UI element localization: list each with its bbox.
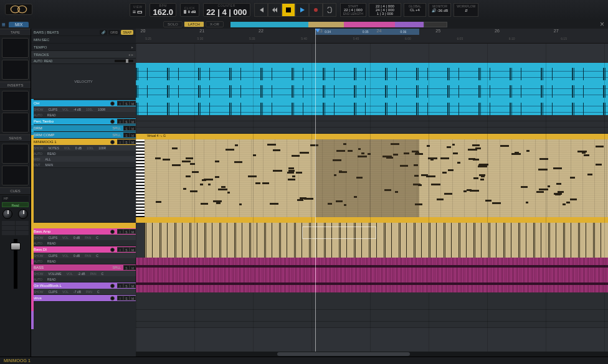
midi-note[interactable]: [288, 167, 294, 169]
midi-note[interactable]: [186, 175, 191, 177]
midi-note[interactable]: [587, 174, 592, 175]
track-m-button[interactable]: M: [130, 247, 136, 252]
track-param-row[interactable]: AUTOREAD: [31, 151, 136, 156]
midi-note[interactable]: [183, 188, 186, 190]
track-header[interactable]: DRMSPILLSM: [31, 125, 136, 132]
midi-note[interactable]: [570, 198, 577, 200]
ruler-mode-bars[interactable]: BARS | BEATS 🔗 GRID SNAP: [31, 29, 136, 36]
track-header[interactable]: Bass.AmpISMSHOWCLIPSVOL0 dBPANCAUTOREAD: [31, 228, 136, 246]
record-arm-button[interactable]: [110, 140, 115, 144]
midi-note[interactable]: [221, 186, 226, 188]
send-slot[interactable]: [2, 144, 29, 164]
midi-note[interactable]: [155, 157, 161, 159]
track-i-button[interactable]: I: [117, 119, 123, 124]
midi-note[interactable]: [555, 194, 561, 195]
midi-note[interactable]: [292, 175, 295, 177]
midi-note[interactable]: [452, 144, 455, 146]
audio-clip[interactable]: [136, 258, 608, 275]
midi-note[interactable]: [288, 179, 295, 180]
hamburger-icon[interactable]: ≡: [0, 21, 7, 28]
midi-note[interactable]: [480, 179, 484, 180]
track-m-button[interactable]: M: [130, 139, 136, 144]
midi-note[interactable]: [300, 197, 306, 199]
bus-lane[interactable]: [136, 322, 608, 328]
midi-note[interactable]: [156, 201, 161, 203]
track-s-button[interactable]: S: [123, 126, 130, 131]
insert-slot[interactable]: [2, 91, 29, 111]
midi-note[interactable]: [215, 161, 219, 162]
midi-note[interactable]: [273, 149, 280, 151]
track-param-row[interactable]: SHOWCLIPSVOL0 dBPANC: [31, 235, 136, 240]
bus-lane[interactable]: [136, 310, 608, 322]
midi-note[interactable]: [201, 203, 208, 205]
midi-note[interactable]: [235, 144, 238, 146]
midi-note[interactable]: [521, 186, 528, 188]
midi-note[interactable]: [596, 164, 602, 166]
midi-note[interactable]: [539, 158, 548, 160]
midi-note[interactable]: [511, 153, 520, 155]
midi-note[interactable]: [437, 198, 444, 200]
midi-note[interactable]: [190, 163, 195, 165]
audio-clip[interactable]: [136, 275, 608, 292]
midi-note[interactable]: [287, 172, 294, 174]
midi-note[interactable]: [421, 174, 427, 176]
ruler-mode-tempo[interactable]: TEMPO▸: [31, 44, 136, 51]
link-icon[interactable]: 🔗: [100, 30, 107, 35]
midi-note[interactable]: [427, 145, 430, 147]
pan-knob[interactable]: [2, 209, 12, 219]
midi-note[interactable]: [208, 184, 211, 185]
track-i-button[interactable]: I: [117, 229, 123, 234]
track-param-row[interactable]: AUTOREAD: [31, 258, 136, 264]
midi-note[interactable]: [186, 157, 193, 159]
midi-note[interactable]: [457, 162, 460, 164]
track-s-button[interactable]: S: [123, 101, 130, 106]
midi-note[interactable]: [584, 154, 589, 156]
midi-note[interactable]: [430, 159, 434, 161]
send-slot-2[interactable]: [2, 166, 29, 185]
channel-option-buttons[interactable]: [2, 221, 29, 235]
midi-note[interactable]: [200, 184, 203, 185]
midi-note[interactable]: [431, 184, 440, 185]
track-s-button[interactable]: S: [123, 139, 130, 144]
audio-clip[interactable]: [136, 63, 608, 80]
midi-note[interactable]: [481, 175, 485, 177]
latch-button[interactable]: LATCH: [184, 21, 204, 27]
midi-note[interactable]: [596, 146, 603, 147]
track-i-button[interactable]: I: [117, 283, 123, 288]
midi-note[interactable]: [216, 202, 221, 204]
track-m-button[interactable]: M: [130, 229, 136, 234]
midi-clip-header[interactable]: Virtual 4 ↑↓ G: [136, 134, 608, 139]
locator-values[interactable]: 22 | 4 | 000 24 | 4 | 000 1 | 3 | 000: [369, 3, 401, 17]
track-m-button[interactable]: M: [130, 265, 136, 270]
track-param-row[interactable]: AUTOREAD: [31, 112, 136, 118]
midi-note[interactable]: [262, 182, 269, 184]
playhead[interactable]: [315, 29, 316, 357]
midi-note[interactable]: [255, 182, 260, 184]
velocity-selection[interactable]: [302, 226, 376, 239]
track-m-button[interactable]: M: [130, 101, 136, 106]
record-arm-button[interactable]: [110, 101, 115, 106]
track-param-row[interactable]: SHOWCLIPSVOL0 dBPANC: [31, 253, 136, 258]
track-param-row[interactable]: SHOWVOLUMEVOL-2 dBPANC: [31, 271, 136, 276]
track-s-button[interactable]: S: [123, 247, 130, 252]
midi-note[interactable]: [556, 183, 561, 185]
midi-note[interactable]: [190, 190, 197, 192]
midi-note[interactable]: [570, 177, 575, 179]
track-header[interactable]: Perc.TamboISM: [31, 118, 136, 125]
midi-note[interactable]: [500, 145, 509, 147]
midi-note[interactable]: [297, 199, 303, 201]
midi-note[interactable]: [192, 171, 199, 173]
midi-note[interactable]: [292, 155, 300, 157]
track-header[interactable]: MINIMOOG 1ISMSHOWNOTESVOL0 dB100L100RAUT…: [31, 139, 136, 168]
track-m-button[interactable]: M: [130, 296, 136, 301]
midi-note[interactable]: [172, 164, 181, 166]
click-control[interactable]: CLICK 🎛 0 dB: [180, 3, 199, 17]
midi-note[interactable]: [485, 200, 492, 202]
arrangement-overview[interactable]: [230, 22, 436, 27]
audio-clip[interactable]: [136, 80, 608, 98]
midi-note[interactable]: [472, 144, 480, 146]
midi-note[interactable]: [239, 203, 242, 205]
track-m-button[interactable]: M: [130, 133, 136, 138]
grid-menu[interactable]: GRID: [108, 30, 120, 35]
rewind-button[interactable]: [268, 3, 282, 17]
